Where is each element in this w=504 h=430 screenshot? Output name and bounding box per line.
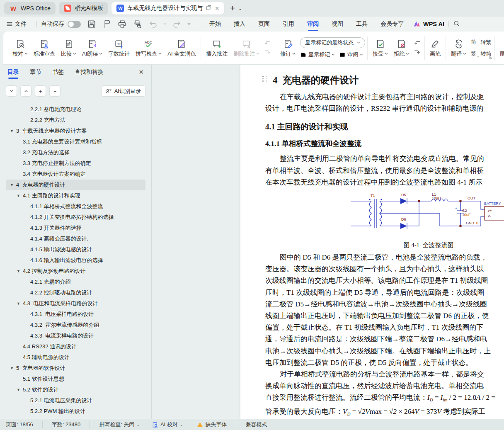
separate-window-icon[interactable] bbox=[206, 5, 211, 12]
toc-item[interactable]: 2.2.2 充电方法 bbox=[6, 115, 145, 126]
previous-change-icon[interactable] bbox=[414, 41, 421, 46]
paragraph-drag-handle[interactable] bbox=[262, 76, 268, 82]
print-preview-icon[interactable] bbox=[133, 19, 143, 29]
proofread-button[interactable]: 校对 bbox=[10, 38, 31, 58]
toc-collapse-triangle-icon[interactable]: ▼ bbox=[17, 301, 23, 306]
toc-item[interactable]: 4.3.3 电流采样电路的设计 bbox=[6, 330, 145, 341]
accept-changes-button[interactable]: 接受 bbox=[370, 38, 391, 58]
restrict-editing-button[interactable]: 限制编辑 bbox=[497, 38, 504, 58]
word-count-indicator[interactable]: 字数: 23480 bbox=[52, 421, 80, 428]
menu-item-引用[interactable]: 引用 bbox=[282, 18, 295, 30]
toc-collapse-triangle-icon[interactable]: ▼ bbox=[17, 194, 23, 198]
insert-comment-button[interactable]: 插入批注 bbox=[203, 38, 230, 58]
menu-item-插入[interactable]: 插入 bbox=[233, 18, 246, 30]
next-change-icon[interactable] bbox=[414, 50, 421, 55]
traditional-to-simplified-button[interactable]: 繁转简 bbox=[471, 50, 491, 58]
export-pdf-icon[interactable] bbox=[102, 19, 112, 29]
menu-item-审阅[interactable]: 审阅 bbox=[306, 18, 320, 30]
word-count-button[interactable]: 12 字数统计 bbox=[105, 38, 133, 58]
toc-item[interactable]: 5.1 软件设计思想 bbox=[6, 374, 145, 384]
sidebar-tab-目录[interactable]: 目录 bbox=[7, 67, 19, 78]
toc-item[interactable]: ▼4.2 控制及驱动电路的设计 bbox=[6, 266, 145, 277]
sidebar-tab-书签[interactable]: 书签 bbox=[52, 67, 64, 78]
tab-list-caret-icon[interactable]: ⌄ bbox=[238, 6, 242, 11]
toc-item[interactable]: 4.3.2 霍尔电流传感器的介绍 bbox=[6, 320, 145, 330]
toc-collapse-triangle-icon[interactable]: ▼ bbox=[10, 183, 16, 187]
simplified-to-traditional-button[interactable]: 简转繁 bbox=[471, 39, 491, 46]
file-menu[interactable]: 文件 bbox=[7, 20, 27, 28]
toc-zoom-out-button[interactable]: － bbox=[49, 85, 61, 97]
menu-item-开始[interactable]: 开始 bbox=[208, 18, 222, 30]
delete-comment-button[interactable]: 删除批注 bbox=[230, 38, 262, 58]
track-changes-button[interactable]: 修订 bbox=[277, 38, 298, 58]
toc-item[interactable]: 3.2 充电方法的选择 bbox=[6, 147, 145, 158]
toc-item[interactable]: 4.1.3 开关器件的选择 bbox=[6, 223, 145, 233]
ink-brush-button[interactable]: 画笔 bbox=[427, 38, 443, 58]
autosave-toggle[interactable] bbox=[68, 21, 81, 28]
sidebar-close-icon[interactable]: ✕ bbox=[138, 68, 144, 76]
toc-item[interactable]: 3.3 充电停止控制方法的确定 bbox=[6, 158, 145, 169]
toc-item[interactable]: 3.1 充电器的主要设计要求和指标 bbox=[6, 136, 145, 147]
sidebar-tab-查找和替换[interactable]: 查找和替换 bbox=[75, 67, 104, 78]
toc-item[interactable]: 2.2.1 蓄电池充电理论 bbox=[6, 104, 145, 115]
toc-item[interactable]: 4.2.2 控制驱动电路的设计 bbox=[6, 287, 145, 298]
tab-document[interactable]: W 车载无线充电器设计与实现与 ✕ bbox=[111, 2, 224, 15]
search-icon[interactable] bbox=[453, 20, 460, 28]
undo-caret-icon[interactable] bbox=[163, 23, 167, 25]
toc-item[interactable]: 4.5 辅助电源的设计 bbox=[6, 352, 145, 363]
close-doc-icon[interactable]: ✕ bbox=[215, 5, 219, 12]
translate-button[interactable]: 文A 翻译 bbox=[448, 38, 469, 58]
compare-button[interactable]: 比较 bbox=[58, 38, 79, 58]
tab-template-store[interactable]: 稻壳AI模板 bbox=[59, 2, 108, 15]
ai-proofread-status[interactable]: AI 校对⌄ bbox=[152, 421, 183, 428]
toc-item[interactable]: ▼5.2 软件的设计 bbox=[6, 384, 145, 395]
toc-collapse-triangle-icon[interactable]: ▼ bbox=[17, 269, 23, 273]
toc-expand-all-button[interactable] bbox=[6, 85, 17, 97]
toc-item[interactable]: 4.2.1 光耦的介绍 bbox=[6, 277, 145, 287]
group-expand-icon[interactable] bbox=[489, 56, 492, 60]
toc-collapse-triangle-icon[interactable]: ▼ bbox=[10, 129, 16, 133]
next-comment-icon[interactable] bbox=[264, 50, 271, 55]
ai-recognize-toc-button[interactable]: AI识别目录 bbox=[101, 85, 145, 97]
spell-check-button[interactable]: ABC 拼写检查 bbox=[133, 38, 165, 58]
spellcheck-status[interactable]: 拼写检查: 关闭⌄ bbox=[99, 421, 140, 428]
toc-item[interactable]: 5.2.1 电流电压采集的设计 bbox=[6, 395, 145, 406]
ai-read-aloud-button[interactable]: AI朗读 bbox=[79, 38, 105, 58]
toc-item[interactable]: ▼4.3 电压和电流采样电路的设计 bbox=[6, 298, 145, 309]
menu-item-视图[interactable]: 视图 bbox=[331, 18, 344, 30]
menu-item-会员专享[interactable]: 会员专享 bbox=[380, 18, 405, 30]
toc-item[interactable]: 4.1.2 开关变换电路拓扑结构的选择 bbox=[6, 212, 145, 223]
undo-icon[interactable] bbox=[148, 19, 158, 29]
toc-item[interactable]: 4.1.5 输出滤波电感的设计 bbox=[6, 244, 145, 255]
ai-polish-button[interactable]: AI 全文润色 bbox=[165, 38, 199, 58]
toc-collapse-triangle-icon[interactable]: ▼ bbox=[17, 388, 23, 392]
toc-collapse-all-button[interactable] bbox=[20, 85, 32, 97]
toc-item[interactable]: 5.2.2 PWM 输出的设计 bbox=[6, 406, 145, 417]
print-icon[interactable] bbox=[117, 19, 127, 29]
toc-item[interactable]: ▼4.1 主回路的设计和实现 bbox=[6, 190, 145, 201]
toc-item[interactable]: 4.4 RS232 通讯的设计 bbox=[6, 341, 145, 352]
missing-font-warning[interactable]: 缺失字体 bbox=[197, 421, 227, 428]
toc-item[interactable]: 4.1.1 单相桥式整流和全波整流 bbox=[6, 201, 145, 212]
redo-icon[interactable] bbox=[172, 19, 182, 29]
show-marks-button[interactable]: 显示标记 bbox=[300, 51, 335, 58]
save-icon[interactable] bbox=[87, 19, 97, 29]
new-tab-button[interactable]: + bbox=[230, 4, 235, 13]
document-page[interactable]: 4 充电器的硬件设计 在车载无线充电器的硬件设计主要包括有主回路的设计，控制及驱… bbox=[240, 65, 504, 419]
toc-item[interactable]: ▼5 充电器的软件设计 bbox=[6, 363, 145, 374]
sidebar-tab-章节[interactable]: 章节 bbox=[30, 67, 41, 78]
toc-item[interactable]: 4.1.6 输入输出滤波电容的选择 bbox=[6, 255, 145, 266]
toc-item[interactable]: 4.3.1 电压采样电路的设计 bbox=[6, 309, 145, 320]
toc-item[interactable]: ▼3 车载无线充电器的设计方案 bbox=[6, 126, 145, 136]
toc-item[interactable]: 4.1.4 高频变压器的设计. bbox=[6, 233, 145, 244]
toc-zoom-in-button[interactable]: ＋ bbox=[35, 85, 46, 97]
menu-item-工具[interactable]: 工具 bbox=[355, 18, 368, 30]
redo-caret-icon[interactable] bbox=[187, 23, 191, 25]
menu-item-页面[interactable]: 页面 bbox=[257, 18, 271, 30]
toc-item[interactable]: 3.4 充电器设计方案的确定 bbox=[6, 169, 145, 180]
review-pane-button[interactable]: 审阅 bbox=[339, 51, 363, 58]
wps-ai-button[interactable]: WPS AI bbox=[413, 20, 444, 28]
toc-collapse-triangle-icon[interactable]: ▼ bbox=[10, 366, 16, 370]
marks-state-select[interactable]: 显示标记的最终状态 bbox=[300, 37, 365, 48]
toc-item[interactable]: 5.2.3 液晶显示的设计 bbox=[6, 417, 145, 419]
